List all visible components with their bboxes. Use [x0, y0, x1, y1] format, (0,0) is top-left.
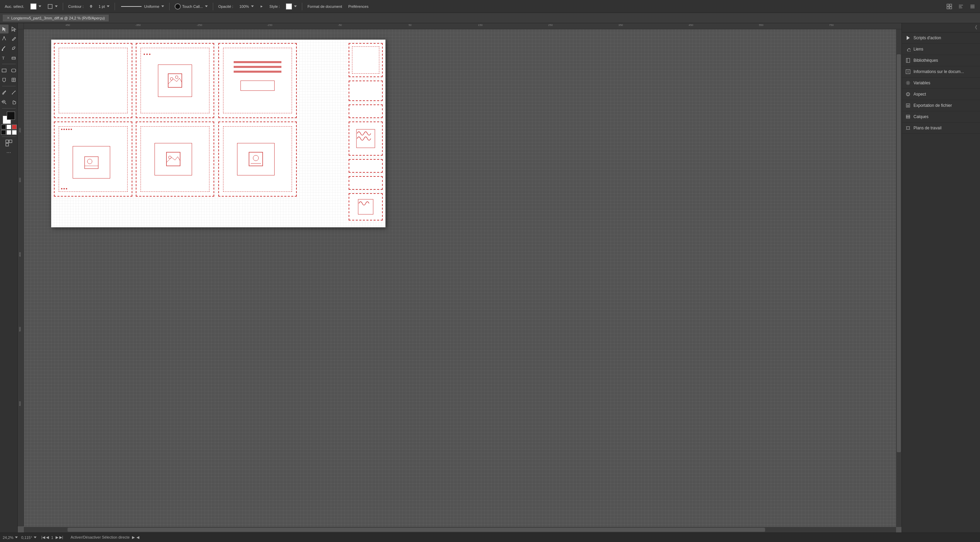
direct-selection-tool[interactable]	[9, 25, 18, 33]
rounded-rect-tool[interactable]	[9, 66, 18, 75]
opacity-arrow	[251, 5, 254, 7]
panel-section-bibliotheques[interactable]: Bibliothèques	[902, 55, 980, 66]
white-swatch[interactable]	[6, 124, 11, 129]
document-tab[interactable]: ✕ Longtermv5_part1_3mm_diff.ai @ 24,2 % …	[3, 15, 109, 21]
collapse-panel-button[interactable]: 《	[972, 25, 977, 31]
pencil-tool[interactable]	[9, 34, 18, 43]
panel-section-scripts[interactable]: Scripts d'action	[902, 32, 980, 44]
pen-tool[interactable]	[0, 34, 8, 43]
stroke-arrows[interactable]	[88, 4, 94, 9]
blob-brush-tool[interactable]	[9, 44, 18, 53]
format-document-button[interactable]: Format de document	[305, 3, 344, 10]
touch-color[interactable]: Touch Call...	[173, 2, 210, 11]
foreground-color-swatch[interactable]	[7, 112, 15, 120]
tool-sep2	[2, 86, 16, 86]
stamp-block-5	[136, 121, 214, 197]
ruler-corner	[18, 23, 24, 29]
arrange-icon[interactable]	[945, 3, 954, 10]
panel-section-variables[interactable]: Variables	[902, 78, 980, 89]
expand-actions[interactable]: ▶	[132, 535, 135, 539]
brush-tool[interactable]	[0, 44, 8, 53]
tab-close-button[interactable]: ✕	[7, 16, 10, 20]
zoom-tools-row	[0, 97, 18, 107]
type-icon: T	[2, 55, 7, 61]
hollow-arrow-icon	[11, 26, 16, 32]
right-panel: 《 Scripts d'action Liens Bibliothèques	[902, 23, 980, 532]
svg-rect-0	[48, 5, 52, 8]
style-color[interactable]	[284, 2, 299, 11]
preferences-button[interactable]: Préférences	[346, 3, 371, 10]
horizontal-scrollbar[interactable]	[24, 527, 896, 532]
zoom-tool[interactable]	[0, 97, 8, 107]
stroke-style[interactable]: Uniforme	[118, 3, 166, 10]
hand-tool[interactable]	[9, 97, 18, 107]
canvas-area[interactable]: 450 -350 -250 -150 -50 50 150 250 350 45…	[18, 23, 902, 532]
panel-gear-icon	[905, 80, 911, 86]
svg-rect-49	[906, 58, 910, 62]
white-swatch2[interactable]	[6, 130, 11, 135]
prev-page-button[interactable]: ◀	[46, 535, 49, 540]
stroke-label: Contour :	[66, 3, 86, 10]
extra-swatches-row2	[1, 130, 17, 135]
touch-circle	[175, 3, 181, 10]
panel-section-plans[interactable]: Plans de travail	[902, 123, 980, 134]
black-swatch2[interactable]	[1, 130, 6, 135]
collapse-actions[interactable]: ◀	[137, 535, 139, 539]
measure-tool[interactable]	[9, 88, 18, 97]
hamburger-icon	[970, 4, 975, 9]
stamp-side-4	[348, 121, 383, 156]
panel-section-aspect[interactable]: Aspect	[902, 89, 980, 100]
more-tools-button[interactable]: ···	[6, 150, 11, 156]
panel-play-icon	[905, 35, 911, 41]
mesh-tool[interactable]	[9, 75, 18, 84]
symbol-tool[interactable]	[5, 139, 13, 147]
vertical-scrollbar[interactable]	[896, 29, 902, 527]
eyedropper-icon	[2, 90, 7, 95]
panel-label-plans: Plans de travail	[913, 126, 942, 131]
align-icon[interactable]	[956, 3, 966, 10]
panel-layers-icon	[905, 114, 911, 120]
opacity-value[interactable]: 100%	[237, 3, 256, 10]
none-swatch[interactable]	[12, 130, 17, 135]
first-page-button[interactable]: |◀	[41, 535, 45, 540]
sep1	[63, 3, 63, 10]
svg-marker-13	[12, 27, 16, 31]
red-swatch[interactable]	[12, 124, 17, 129]
expand-options[interactable]	[258, 4, 266, 9]
shape-arrow	[55, 5, 58, 7]
eyedropper-tool[interactable]	[0, 88, 8, 97]
rectangle-tool[interactable]	[0, 66, 8, 75]
menu-icon[interactable]	[968, 3, 977, 10]
angle-value: 0,115°	[21, 536, 32, 540]
fill-tool[interactable]	[0, 75, 8, 84]
dot-rows-4	[59, 127, 127, 132]
panel-section-exportation[interactable]: Exportation de fichier	[902, 100, 980, 111]
scrollbar-thumb-v[interactable]	[897, 54, 901, 452]
fill-tools-row	[0, 75, 18, 84]
vertical-ruler: 100 200 300 400 500 600	[18, 29, 24, 526]
eraser-tool[interactable]	[9, 53, 18, 62]
info-icon	[906, 69, 910, 74]
scrollbar-thumb-h[interactable]	[68, 528, 765, 532]
stroke-value[interactable]: 1 pt	[97, 3, 111, 10]
svg-rect-43	[249, 152, 262, 166]
document-canvas	[51, 40, 385, 227]
type-tool[interactable]: T	[0, 53, 8, 62]
panel-section-informations[interactable]: Informations sur le docum...	[902, 66, 980, 78]
svg-rect-2	[947, 4, 949, 6]
sep2	[115, 3, 115, 10]
panel-artboard-icon	[905, 125, 911, 131]
ruler-label: -350	[135, 24, 140, 27]
touch-arrow	[205, 5, 208, 7]
next-page-button[interactable]: ▶	[56, 535, 58, 540]
svg-rect-41	[167, 152, 180, 166]
selection-tool[interactable]	[0, 25, 8, 33]
panel-section-calques[interactable]: Calques	[902, 111, 980, 123]
shape-type[interactable]	[45, 3, 60, 10]
symbol-icon	[5, 139, 13, 147]
fill-color[interactable]	[28, 2, 43, 11]
svg-marker-1	[261, 5, 262, 8]
last-page-button[interactable]: ▶|	[59, 535, 63, 540]
black-swatch[interactable]	[1, 124, 6, 129]
panel-section-liens[interactable]: Liens	[902, 44, 980, 55]
